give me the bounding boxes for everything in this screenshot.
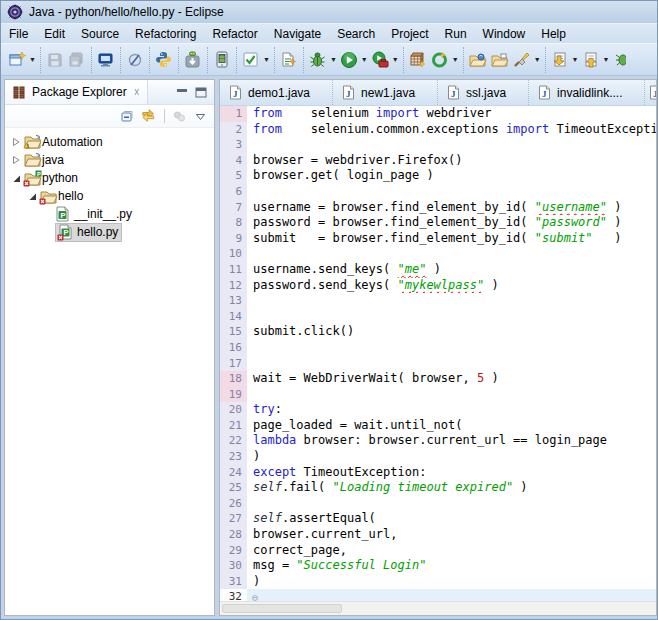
code-line-text[interactable]: page_loaded = wait.until_not( xyxy=(247,418,656,434)
line-number[interactable]: 1 xyxy=(220,106,247,122)
code-line-text[interactable]: try: xyxy=(247,402,656,418)
dropdown-arrow-icon[interactable]: ▼ xyxy=(330,56,337,63)
code-line-text[interactable]: submit.click() xyxy=(247,324,656,340)
tree-item--init-py[interactable]: P__init__.py xyxy=(5,205,214,223)
code-line-text[interactable]: username = browser.find_element_by_id( "… xyxy=(247,200,656,216)
tree-item-hello-py[interactable]: Phello.py xyxy=(5,223,214,241)
menu-item-navigate[interactable]: Navigate xyxy=(266,25,329,43)
menu-item-edit[interactable]: Edit xyxy=(36,25,73,43)
code-line-text[interactable]: password = browser.find_element_by_id( "… xyxy=(247,215,656,231)
code-line-text[interactable]: browser.get( login_page ) xyxy=(247,168,656,184)
android-device-icon[interactable] xyxy=(211,49,233,71)
android-download-icon[interactable] xyxy=(182,49,204,71)
line-number[interactable]: 25 xyxy=(220,480,247,496)
save-all-icon[interactable] xyxy=(66,49,88,71)
menu-item-project[interactable]: Project xyxy=(383,25,436,43)
dropdown-arrow-icon[interactable]: ▼ xyxy=(263,56,270,63)
dropdown-arrow-icon[interactable]: ▼ xyxy=(452,56,459,63)
menu-item-refactoring[interactable]: Refactoring xyxy=(127,25,204,43)
line-number[interactable]: 32⊖ xyxy=(220,589,247,601)
menu-item-help[interactable]: Help xyxy=(533,25,574,43)
code-line-text[interactable]: except TimeoutException: xyxy=(247,465,656,481)
code-line-text[interactable] xyxy=(247,137,656,153)
menu-item-file[interactable]: File xyxy=(1,25,36,43)
new-wizard-icon[interactable] xyxy=(6,49,28,71)
code-line-text[interactable]: correct_page, xyxy=(247,543,656,559)
line-number[interactable]: 2 xyxy=(220,122,247,138)
line-number[interactable]: 24 xyxy=(220,465,247,481)
line-number[interactable]: 3 xyxy=(220,137,247,153)
import-icon[interactable] xyxy=(549,49,571,71)
code-line-text[interactable]: submit = browser.find_element_by_id( "su… xyxy=(247,231,656,247)
line-number[interactable]: 22 xyxy=(220,433,247,449)
debug-bug-icon[interactable] xyxy=(307,49,329,71)
run-external-tools-icon[interactable] xyxy=(369,49,391,71)
line-number[interactable]: 20 xyxy=(220,402,247,418)
editor-tab-demo1-java[interactable]: Jdemo1.java xyxy=(220,80,333,105)
twistie-expanded-icon[interactable] xyxy=(9,173,23,184)
code-line-text[interactable] xyxy=(247,387,656,403)
toolbar-overflow-icon[interactable] xyxy=(610,49,632,71)
line-number[interactable]: 26 xyxy=(220,496,247,512)
dropdown-arrow-icon[interactable]: ▼ xyxy=(603,56,610,63)
code-line-text[interactable]: from selenium import webdriver xyxy=(247,106,656,122)
code-line-text[interactable] xyxy=(247,589,656,601)
code-line-text[interactable] xyxy=(247,340,656,356)
dropdown-arrow-icon[interactable]: ▼ xyxy=(361,56,368,63)
line-number[interactable]: 28 xyxy=(220,527,247,543)
maximize-icon[interactable] xyxy=(195,87,207,98)
code-line-text[interactable]: from selenium.common.exceptions import T… xyxy=(247,122,656,138)
view-menu-icon[interactable] xyxy=(194,110,207,123)
gwt-compile-icon[interactable] xyxy=(429,49,451,71)
menu-item-run[interactable]: Run xyxy=(437,25,475,43)
line-number[interactable]: 11 xyxy=(220,262,247,278)
line-number[interactable]: 21 xyxy=(220,418,247,434)
dropdown-arrow-icon[interactable]: ▼ xyxy=(392,56,399,63)
no-op-icon[interactable] xyxy=(124,49,146,71)
line-number[interactable]: 19 xyxy=(220,387,247,403)
code-line-text[interactable]: browser = webdriver.Firefox() xyxy=(247,153,656,169)
close-view-icon[interactable]: ☓ xyxy=(134,86,140,99)
code-line-text[interactable]: ) xyxy=(247,574,656,590)
line-number[interactable]: 7 xyxy=(220,200,247,216)
menu-item-window[interactable]: Window xyxy=(475,25,534,43)
code-line-text[interactable]: username.send_keys( "me" ) xyxy=(247,262,656,278)
minimize-icon[interactable] xyxy=(176,87,188,98)
menu-item-search[interactable]: Search xyxy=(329,25,383,43)
line-number[interactable]: 9 xyxy=(220,231,247,247)
fold-marker-icon[interactable]: ⊖ xyxy=(252,590,258,601)
new-file-wizard-icon[interactable] xyxy=(278,49,300,71)
editor-tab-invalidlink-[interactable]: Jinvalidlink.... xyxy=(529,80,645,105)
scrollbar-thumb[interactable] xyxy=(222,604,342,613)
line-number[interactable]: 14 xyxy=(220,309,247,325)
new-java-project-icon[interactable] xyxy=(407,49,429,71)
console-icon[interactable] xyxy=(95,49,117,71)
line-number[interactable]: 16 xyxy=(220,340,247,356)
code-line-text[interactable] xyxy=(247,309,656,325)
line-number[interactable]: 4 xyxy=(220,153,247,169)
code-line-text[interactable]: ) xyxy=(247,449,656,465)
tree-item-automation[interactable]: !Automation xyxy=(5,133,214,151)
code-line-text[interactable] xyxy=(247,293,656,309)
twistie-collapsed-icon[interactable] xyxy=(9,136,23,148)
line-number[interactable]: 27 xyxy=(220,511,247,527)
twistie-expanded-icon[interactable] xyxy=(25,191,39,202)
tree-item-python[interactable]: Ppython xyxy=(5,169,214,187)
line-number[interactable]: 6 xyxy=(220,184,247,200)
line-number[interactable]: 31 xyxy=(220,574,247,590)
menu-item-source[interactable]: Source xyxy=(73,25,127,43)
editor-tab-partial[interactable]: J xyxy=(645,80,656,105)
code-line-text[interactable]: self.assertEqual( xyxy=(247,511,656,527)
menu-item-refactor[interactable]: Refactor xyxy=(204,25,265,43)
editor-tab-new1-java[interactable]: Jnew1.java xyxy=(333,80,438,105)
line-number[interactable]: 5 xyxy=(220,168,247,184)
line-number[interactable]: 18 xyxy=(220,371,247,387)
line-number[interactable]: 23 xyxy=(220,449,247,465)
python-icon[interactable] xyxy=(153,49,175,71)
code-line-text[interactable] xyxy=(247,184,656,200)
view-filters-icon[interactable] xyxy=(172,109,187,124)
code-line-text[interactable]: wait = WebDriverWait( browser, 5 ) xyxy=(247,371,656,387)
code-line-text[interactable] xyxy=(247,246,656,262)
run-check-icon[interactable] xyxy=(240,49,262,71)
line-number[interactable]: 17 xyxy=(220,356,247,372)
